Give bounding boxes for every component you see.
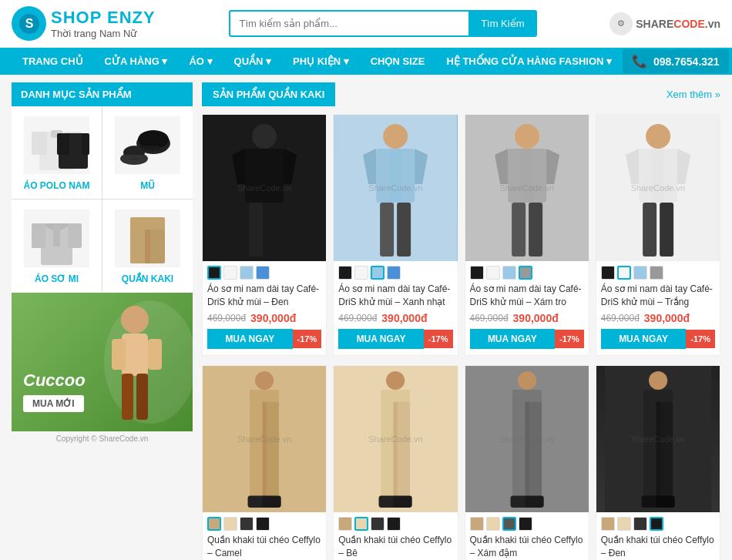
svg-rect-81 [394,402,398,502]
color-swatch-beige-7[interactable] [486,517,500,531]
color-swatch-lightblue-4[interactable] [633,266,647,280]
color-swatch-black-3[interactable] [470,266,484,280]
color-swatch-black-5[interactable] [256,517,270,531]
color-swatch-camel-8[interactable] [601,517,615,531]
color-swatch-lightblue-3[interactable] [502,266,516,280]
nav-chonsize[interactable]: CHỌN SIZE [360,48,436,75]
buy-button-2[interactable]: MUA NGAY [338,329,424,349]
price-area-4: 469,000đ 390,000đ [601,312,715,324]
color-swatch-black-6[interactable] [387,517,401,531]
color-swatch-beige-8[interactable] [617,517,631,531]
color-swatch-dark-7[interactable] [502,517,516,531]
price-new-1: 390,000đ [250,312,296,324]
color-swatch-gray-3[interactable] [519,266,532,280]
buy-button-4[interactable]: MUA NGAY [601,329,687,349]
sidebar-item-polo[interactable]: ÁO POLO NAM [12,106,102,199]
color-swatch-lightblue-1[interactable] [240,266,254,280]
svg-rect-27 [149,230,165,263]
svg-rect-36 [136,374,148,420]
color-swatch-dark-5[interactable] [240,517,254,531]
svg-point-69 [255,371,274,390]
svg-rect-96 [660,402,673,502]
price-area-2: 469,000đ 390,000đ [338,312,452,324]
svg-rect-4 [32,132,47,155]
product-name-2: Áo sơ mi nam dài tay Café-DriS khử mùi –… [338,283,452,309]
nav-quan[interactable]: QUẦN ▾ [223,48,283,75]
product-image-6: ShareCode.vn [334,366,457,512]
product-card-2[interactable]: ShareCode.vn Áo sơ mi nam dài tay Café-D… [333,114,458,356]
nav-hethong[interactable]: HỆ THỐNG CỬA HÀNG FASHION ▾ [435,48,623,75]
product-info-5: Quần khaki túi chéo Ceffylo – Camel 366,… [203,531,326,560]
nav-ao[interactable]: ÁO ▾ [178,48,223,75]
color-swatch-blue-1[interactable] [256,266,270,280]
discount-badge-3: -17% [555,330,584,348]
nav-cuahang[interactable]: CỬA HÀNG ▾ [94,48,179,75]
watermark-7: ShareCode.vn [499,434,553,444]
svg-rect-51 [397,203,411,257]
color-swatch-black-7[interactable] [519,517,532,531]
buy-button-3[interactable]: MUA NGAY [470,329,556,349]
color-swatch-camel-7[interactable] [470,517,484,531]
product-card-7[interactable]: ShareCode.vn Quần khaki túi chéo Ceffylo… [465,365,589,560]
product-card-1[interactable]: ShareCode.vn Áo sơ mi nam dài tay Café-D… [202,114,327,356]
color-swatch-black-2[interactable] [338,266,352,280]
products-area: SẢN PHẨM QUẦN KAKI Xem thêm » S [202,82,720,560]
sidebar-title: DANH MỤC SẢN PHẨM [12,82,193,106]
sidebar-label-quankaki: QUẦN KAKI [110,273,185,284]
search-input[interactable] [229,10,469,37]
product-card-6[interactable]: ShareCode.vn Quần khaki túi chéo Ceffylo… [333,365,458,560]
watermark-6: ShareCode.vn [368,434,422,444]
svg-rect-39 [245,149,284,203]
mu-image [113,114,183,176]
svg-rect-58 [512,203,525,257]
product-name-4: Áo sơ mi nam dài tay Café-DriS khử mùi –… [601,283,715,309]
color-swatch-camel-5[interactable] [207,517,221,531]
color-swatch-beige-5[interactable] [223,517,237,531]
product-card-4[interactable]: ShareCode.vn Áo sơ mi nam dài tay Café-D… [596,114,720,356]
sidebar-banner[interactable]: Cuccoo MUA MỚI [12,293,193,431]
sidebar: DANH MỤC SẢN PHẨM [12,82,193,560]
xem-them-link[interactable]: Xem thêm » [667,89,720,100]
sidebar-item-quankaki[interactable]: QUẦN KAKI [102,200,193,292]
color-swatch-black-1[interactable] [207,266,221,280]
banner-btn[interactable]: MUA MỚI [23,395,84,412]
svg-rect-78 [381,390,410,403]
color-swatch-beige-6[interactable] [354,517,368,531]
product-name-5: Quần khaki túi chéo Ceffylo – Camel [207,534,321,560]
color-swatch-white-4[interactable] [617,266,631,280]
svg-point-45 [383,124,408,149]
nav-phukien[interactable]: PHỤ KIỆN ▾ [282,48,360,75]
product-grid-2: ShareCode.vn Quần khaki túi chéo Ceffylo… [202,365,720,560]
aosomi-image [22,207,92,269]
color-swatch-blue-2[interactable] [387,266,401,280]
svg-rect-80 [397,402,410,502]
product-image-2: ShareCode.vn [334,115,457,261]
sharecode-logo: ⚙ SHARECODE.vn [609,12,720,35]
watermark-1: ShareCode.vn [237,183,291,193]
nav-phone-area: 📞 098.7654.321 [623,49,729,73]
color-swatch-black-4[interactable] [601,266,615,280]
color-swatch-gray-4[interactable] [650,266,663,280]
svg-rect-72 [266,402,279,502]
color-swatch-black-8[interactable] [650,517,663,531]
svg-rect-91 [525,495,543,508]
buy-row-3: MUA NGAY -17% [470,329,584,349]
product-card-5[interactable]: ShareCode.vn Quần khaki túi chéo Ceffylo… [202,365,327,560]
product-colors-7 [465,512,589,531]
search-button[interactable]: Tìm Kiếm [468,10,536,37]
color-swatch-dark-8[interactable] [633,517,647,531]
color-swatch-white-1[interactable] [223,266,237,280]
product-card-8[interactable]: ShareCode.vn Quần khaki túi chéo Ceffylo… [596,365,720,560]
buy-button-1[interactable]: MUA NGAY [207,329,293,349]
sidebar-item-aosomi[interactable]: ÁO SƠ MI [12,200,102,292]
sidebar-item-mu[interactable]: MŨ [102,106,193,199]
color-swatch-lightblue-2[interactable] [371,266,384,280]
color-swatch-dark-6[interactable] [371,517,384,531]
sharecode-text: SHARECODE.vn [636,18,720,30]
color-swatch-white-3[interactable] [486,266,500,280]
color-swatch-white-2[interactable] [354,266,368,280]
product-card-3[interactable]: ShareCode.vn Áo sơ mi nam dài tay Café-D… [465,114,589,356]
svg-rect-57 [521,149,533,203]
nav-trangchu[interactable]: TRANG CHỦ [12,48,94,75]
color-swatch-camel-6[interactable] [338,517,352,531]
